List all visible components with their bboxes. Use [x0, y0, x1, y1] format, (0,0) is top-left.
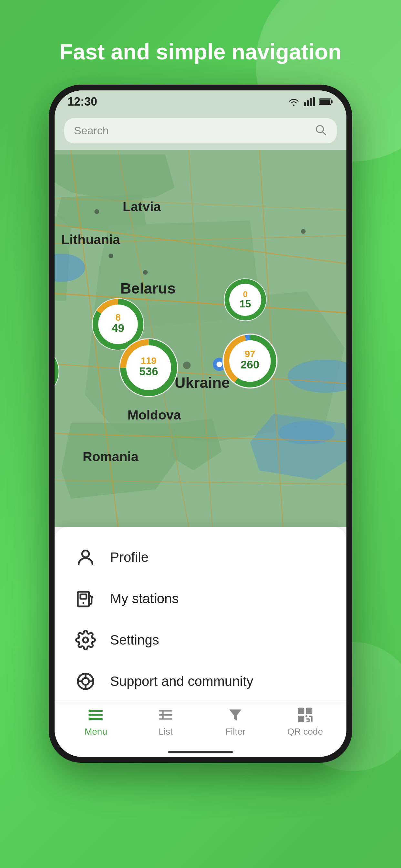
- svg-point-27: [301, 229, 306, 234]
- nav-item-list[interactable]: List: [131, 706, 201, 737]
- status-icons: [288, 97, 334, 106]
- nav-item-qr[interactable]: QR code: [270, 706, 340, 737]
- svg-rect-63: [81, 594, 87, 598]
- svg-text:49: 49: [112, 321, 124, 334]
- svg-rect-82: [300, 709, 302, 712]
- menu-lines-icon: [87, 706, 105, 724]
- svg-rect-5: [331, 100, 333, 103]
- support-icon: [74, 670, 97, 693]
- phone-frame: 12:30: [49, 85, 352, 763]
- menu-stations-label: My stations: [110, 591, 179, 607]
- search-input[interactable]: Search: [64, 118, 337, 144]
- svg-text:260: 260: [241, 358, 259, 371]
- nav-item-menu[interactable]: Menu: [61, 706, 131, 737]
- svg-rect-0: [304, 102, 306, 106]
- svg-text:Lithuania: Lithuania: [61, 232, 120, 247]
- home-indicator: [55, 747, 346, 757]
- nav-menu-label: Menu: [85, 726, 107, 737]
- svg-rect-1: [307, 100, 309, 106]
- phone-screen: 12:30: [55, 90, 346, 757]
- status-bar: 12:30: [55, 90, 346, 113]
- page-title: Fast and simple navigation: [55, 39, 346, 65]
- nav-item-filter[interactable]: Filter: [201, 706, 270, 737]
- nav-filter-label: Filter: [225, 726, 245, 737]
- svg-point-74: [89, 717, 91, 720]
- svg-point-26: [143, 270, 148, 275]
- menu-drawer: Profile My stations: [55, 527, 346, 702]
- svg-text:Moldova: Moldova: [127, 407, 181, 423]
- list-lines-icon: [157, 706, 175, 724]
- svg-text:119: 119: [141, 355, 157, 366]
- qr-icon: [296, 706, 314, 724]
- menu-item-support[interactable]: Support and community: [55, 661, 346, 702]
- svg-rect-6: [320, 99, 330, 104]
- svg-point-73: [89, 714, 91, 716]
- svg-rect-3: [313, 97, 315, 106]
- home-bar: [168, 751, 233, 753]
- map-area[interactable]: Latvia Lithuania Belarus Ukraine Moldova…: [55, 150, 346, 527]
- status-time: 12:30: [67, 95, 97, 108]
- wifi-icon: [288, 97, 300, 106]
- svg-text:536: 536: [139, 365, 158, 377]
- svg-text:Belarus: Belarus: [120, 280, 176, 297]
- svg-text:Ukraine: Ukraine: [175, 374, 230, 391]
- map-svg: Latvia Lithuania Belarus Ukraine Moldova…: [55, 150, 346, 527]
- svg-text:Romania: Romania: [83, 449, 138, 464]
- svg-rect-84: [300, 717, 302, 720]
- menu-settings-label: Settings: [110, 632, 159, 648]
- nav-list-label: List: [158, 726, 173, 737]
- svg-text:8: 8: [115, 312, 120, 322]
- nav-qr-label: QR code: [287, 726, 323, 737]
- funnel-icon: [226, 706, 244, 724]
- person-icon: [74, 546, 97, 569]
- menu-item-profile[interactable]: Profile: [55, 537, 346, 578]
- svg-point-72: [89, 709, 91, 712]
- search-icon: [315, 124, 327, 137]
- svg-line-8: [323, 132, 326, 135]
- search-placeholder-text: Search: [74, 124, 109, 137]
- svg-point-25: [109, 253, 113, 258]
- signal-icon: [303, 97, 315, 106]
- svg-point-68: [82, 678, 89, 685]
- menu-support-label: Support and community: [110, 674, 253, 689]
- menu-item-my-stations[interactable]: My stations: [55, 578, 346, 619]
- svg-point-61: [82, 550, 89, 557]
- svg-text:Latvia: Latvia: [123, 199, 161, 214]
- svg-rect-83: [308, 709, 310, 712]
- svg-text:0: 0: [243, 289, 248, 299]
- bottom-nav: Menu List: [55, 702, 346, 747]
- svg-point-28: [183, 361, 190, 369]
- menu-profile-label: Profile: [110, 550, 149, 565]
- svg-point-66: [83, 638, 88, 643]
- gas-station-icon: [74, 587, 97, 610]
- search-bar-container: Search: [55, 113, 346, 150]
- menu-item-settings[interactable]: Settings: [55, 619, 346, 661]
- svg-text:15: 15: [240, 298, 251, 309]
- svg-text:97: 97: [245, 349, 255, 359]
- svg-point-24: [95, 209, 99, 214]
- battery-icon: [319, 97, 334, 106]
- svg-point-37: [217, 361, 222, 367]
- gear-icon: [74, 628, 97, 652]
- svg-rect-2: [310, 98, 312, 106]
